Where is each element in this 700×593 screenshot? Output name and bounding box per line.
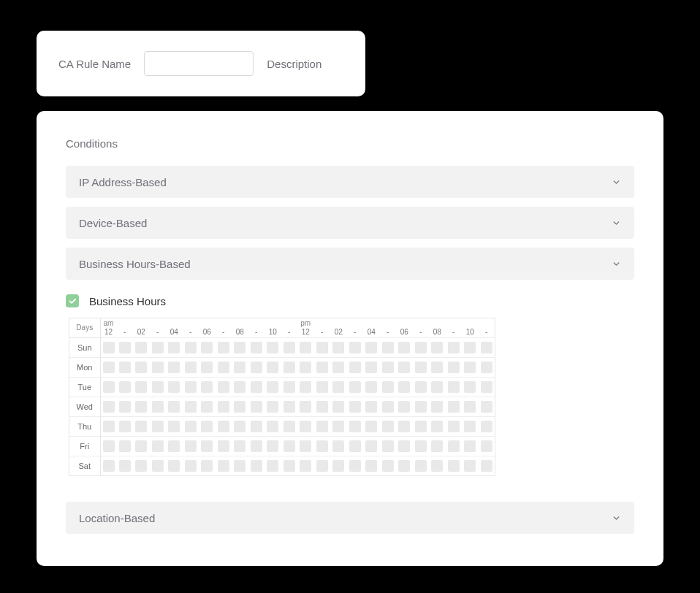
hour-slot[interactable] — [100, 337, 117, 357]
hour-slot[interactable] — [117, 456, 134, 475]
hour-slot[interactable] — [248, 416, 265, 436]
hour-slot[interactable] — [446, 416, 463, 436]
hour-slot[interactable] — [265, 337, 281, 357]
hour-slot[interactable] — [413, 357, 430, 377]
hour-slot[interactable] — [100, 397, 117, 416]
hour-slot[interactable] — [248, 337, 265, 357]
hour-slot[interactable] — [314, 416, 331, 436]
hour-slot[interactable] — [429, 357, 446, 377]
hour-slot[interactable] — [347, 377, 364, 397]
hour-slot[interactable] — [216, 416, 232, 436]
hour-slot[interactable] — [429, 456, 446, 475]
hour-slot[interactable] — [380, 357, 397, 377]
hour-slot[interactable] — [216, 337, 232, 357]
hour-slot[interactable] — [100, 357, 117, 377]
hour-slot[interactable] — [297, 337, 314, 357]
hour-slot[interactable] — [446, 397, 463, 416]
hour-slot[interactable] — [314, 397, 331, 416]
hour-slot[interactable] — [396, 377, 413, 397]
hour-slot[interactable] — [216, 456, 232, 475]
hour-slot[interactable] — [248, 357, 265, 377]
hour-slot[interactable] — [347, 337, 364, 357]
condition-device-based[interactable]: Device-Based — [66, 207, 634, 239]
hour-slot[interactable] — [363, 357, 380, 377]
hour-slot[interactable] — [413, 436, 430, 456]
hour-slot[interactable] — [183, 337, 199, 357]
hour-slot[interactable] — [265, 416, 281, 436]
hour-slot[interactable] — [166, 436, 183, 456]
hour-slot[interactable] — [330, 377, 347, 397]
hour-slot[interactable] — [199, 436, 216, 456]
hour-slot[interactable] — [396, 436, 413, 456]
hour-slot[interactable] — [166, 377, 183, 397]
hour-slot[interactable] — [380, 377, 397, 397]
hour-slot[interactable] — [380, 436, 397, 456]
hour-slot[interactable] — [297, 397, 314, 416]
condition-business-hours-based[interactable]: Business Hours-Based — [66, 248, 634, 280]
hour-slot[interactable] — [347, 397, 364, 416]
hour-slot[interactable] — [380, 397, 397, 416]
hour-slot[interactable] — [446, 436, 463, 456]
hour-slot[interactable] — [429, 436, 446, 456]
hour-slot[interactable] — [396, 337, 413, 357]
hour-slot[interactable] — [314, 337, 331, 357]
hour-slot[interactable] — [117, 377, 134, 397]
hour-slot[interactable] — [429, 416, 446, 436]
hour-slot[interactable] — [248, 377, 265, 397]
condition-ip-based[interactable]: IP Address-Based — [66, 166, 634, 198]
hour-slot[interactable] — [330, 397, 347, 416]
hour-slot[interactable] — [150, 357, 167, 377]
hour-slot[interactable] — [363, 397, 380, 416]
hour-slot[interactable] — [183, 397, 199, 416]
hour-slot[interactable] — [446, 337, 463, 357]
hour-slot[interactable] — [216, 377, 232, 397]
hour-slot[interactable] — [265, 397, 281, 416]
hour-slot[interactable] — [347, 436, 364, 456]
hour-slot[interactable] — [150, 416, 167, 436]
hour-slot[interactable] — [199, 337, 216, 357]
hour-slot[interactable] — [380, 337, 397, 357]
hour-slot[interactable] — [100, 456, 117, 475]
hour-slot[interactable] — [232, 397, 248, 416]
hour-slot[interactable] — [413, 416, 430, 436]
hour-slot[interactable] — [446, 456, 463, 475]
hour-slot[interactable] — [281, 377, 298, 397]
hour-slot[interactable] — [281, 337, 298, 357]
hour-slot[interactable] — [462, 337, 479, 357]
hour-slot[interactable] — [380, 416, 397, 436]
hour-slot[interactable] — [183, 436, 199, 456]
hour-slot[interactable] — [150, 456, 167, 475]
hour-slot[interactable] — [347, 357, 364, 377]
hour-slot[interactable] — [199, 397, 216, 416]
hour-slot[interactable] — [363, 377, 380, 397]
hour-slot[interactable] — [183, 357, 199, 377]
hour-slot[interactable] — [479, 436, 495, 456]
condition-location-based[interactable]: Location-Based — [66, 502, 634, 534]
hour-slot[interactable] — [166, 456, 183, 475]
hour-slot[interactable] — [396, 397, 413, 416]
hour-slot[interactable] — [265, 436, 281, 456]
hour-slot[interactable] — [265, 357, 281, 377]
hour-slot[interactable] — [297, 416, 314, 436]
hour-slot[interactable] — [429, 397, 446, 416]
hour-slot[interactable] — [150, 436, 167, 456]
hour-slot[interactable] — [347, 416, 364, 436]
hour-slot[interactable] — [232, 456, 248, 475]
hour-slot[interactable] — [314, 456, 331, 475]
hour-slot[interactable] — [117, 337, 134, 357]
hour-slot[interactable] — [429, 337, 446, 357]
hour-slot[interactable] — [479, 337, 495, 357]
hour-slot[interactable] — [248, 397, 265, 416]
hour-slot[interactable] — [265, 456, 281, 475]
rule-name-input[interactable] — [144, 51, 254, 76]
hour-slot[interactable] — [248, 436, 265, 456]
hour-slot[interactable] — [117, 357, 134, 377]
hour-slot[interactable] — [150, 377, 167, 397]
hour-slot[interactable] — [117, 416, 134, 436]
hour-slot[interactable] — [199, 456, 216, 475]
hour-slot[interactable] — [248, 456, 265, 475]
hour-slot[interactable] — [314, 357, 331, 377]
hour-slot[interactable] — [133, 357, 150, 377]
hour-slot[interactable] — [462, 436, 479, 456]
hour-slot[interactable] — [413, 377, 430, 397]
